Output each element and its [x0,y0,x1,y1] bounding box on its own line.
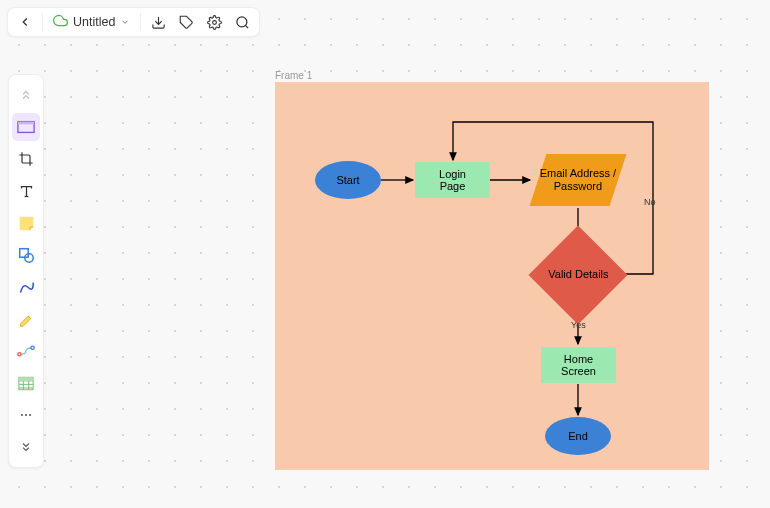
node-start[interactable]: Start [315,161,381,199]
connector-tool[interactable] [12,337,40,365]
svg-point-20 [21,414,23,416]
svg-point-21 [25,414,27,416]
svg-point-12 [31,346,34,349]
node-home-label: Home Screen [553,353,604,377]
highlighter-tool[interactable] [12,305,40,333]
svg-point-2 [213,20,217,24]
edge-label-no: No [644,197,656,207]
node-login-label: Login Page [427,168,478,192]
node-end-label: End [568,430,588,442]
node-login-page[interactable]: Login Page [415,162,490,198]
tool-panel [8,74,44,468]
curve-tool[interactable] [12,273,40,301]
svg-rect-9 [19,248,28,257]
svg-point-3 [237,16,247,26]
more-tools[interactable] [12,401,40,429]
shape-tool[interactable] [12,241,40,269]
document-title-dropdown[interactable]: Untitled [47,10,136,34]
node-email-password[interactable]: Email Address / Password [530,154,627,206]
frame-tool[interactable] [12,113,40,141]
svg-point-10 [24,253,33,261]
node-valid-label: Valid Details [548,268,608,281]
expand-down-icon[interactable] [12,433,40,461]
topbar: Untitled [7,7,260,37]
frame-label[interactable]: Frame 1 [275,70,312,81]
node-email-label: Email Address / Password [538,167,618,193]
node-end[interactable]: End [545,417,611,455]
svg-line-4 [245,25,248,28]
svg-rect-6 [18,122,34,125]
edge-label-yes: Yes [571,320,586,330]
node-start-label: Start [336,174,359,186]
table-tool[interactable] [12,369,40,397]
flow-arrows [275,82,709,470]
back-button[interactable] [12,10,38,34]
node-home-screen[interactable]: Home Screen [541,347,616,383]
tag-button[interactable] [173,10,199,34]
cloud-sync-icon [53,13,68,32]
collapse-up-icon[interactable] [12,81,40,109]
search-button[interactable] [229,10,255,34]
document-name: Untitled [73,15,115,29]
sticky-note-tool[interactable] [12,209,40,237]
chevron-down-icon [120,17,130,27]
download-button[interactable] [145,10,171,34]
node-valid-details[interactable]: Valid Details [529,226,628,325]
frame-canvas[interactable]: Start Login Page Email Address / Passwor… [275,82,709,470]
svg-point-11 [18,353,21,356]
text-tool[interactable] [12,177,40,205]
settings-button[interactable] [201,10,227,34]
svg-rect-19 [19,377,33,381]
svg-point-22 [29,414,31,416]
crop-tool[interactable] [12,145,40,173]
